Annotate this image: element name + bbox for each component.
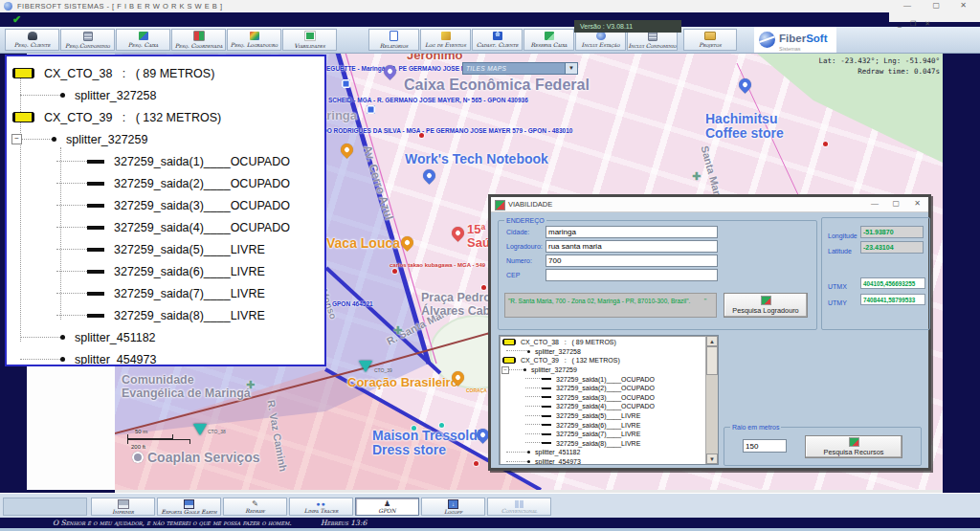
- tree-item-splitter-451182[interactable]: splitter_451182: [7, 326, 324, 348]
- toolbar-button-label: Pesq. Coordenada: [175, 42, 223, 49]
- tree-item-327259-saida-7-livre[interactable]: 327259_saida(7)____LIVRE: [7, 282, 324, 304]
- mdi-close-button[interactable]: ✕: [924, 20, 930, 27]
- toolbar-button-projetos[interactable]: Projetos: [683, 29, 737, 51]
- toolbar-button-relat-rios[interactable]: Relatórios: [368, 29, 419, 51]
- pesquisa-recursos-label: Pesquisa Recursos: [824, 448, 884, 456]
- chevron-down-icon[interactable]: ▼: [565, 63, 577, 74]
- dot-marker-icon[interactable]: [419, 133, 424, 138]
- expand-collapse-icon[interactable]: −: [501, 366, 509, 374]
- expand-collapse-icon[interactable]: −: [11, 134, 22, 144]
- dot-marker-icon[interactable]: [439, 423, 444, 428]
- bottom-button-gpon[interactable]: ♟GPON: [355, 498, 419, 516]
- tree-item-327259-saida-7-livre[interactable]: 327259_saida(7)____LIVRE: [500, 430, 705, 439]
- dialog-title-bar[interactable]: VIABILIDADE — ▢ ✕: [491, 197, 928, 212]
- tree-item-splitter-454973[interactable]: splitter_454973: [500, 457, 705, 465]
- tree-item-splitter-327259[interactable]: −splitter_327259: [7, 128, 324, 150]
- cross-marker-icon: ✚: [393, 324, 402, 337]
- minimize-button[interactable]: —: [903, 1, 911, 10]
- cto-marker-icon[interactable]: [193, 424, 207, 435]
- tree-item-splitter-327258[interactable]: splitter_327258: [7, 84, 324, 106]
- tree-item-cx-cto-39[interactable]: CX_CTO_39 : ( 132 METROS): [500, 356, 705, 365]
- tree-item-327259-saida-8-livre[interactable]: 327259_saida(8)____LIVRE: [7, 304, 324, 326]
- bottom-button-exporta-goole-earth[interactable]: Exporta Goole Earth: [157, 498, 221, 516]
- tree-item-327259-saida-2-ocupado[interactable]: 327259_saida(2)____OCUPADO: [7, 172, 324, 194]
- logradouro-field[interactable]: [546, 240, 718, 253]
- close-button[interactable]: ✕: [960, 1, 967, 10]
- bottom-toolbar-panel: [3, 498, 87, 516]
- tree-item-splitter-451182[interactable]: splitter_451182: [500, 448, 705, 457]
- tree-item-327259-saida-3-ocupado[interactable]: 327259_saida(3)____OCUPADO: [500, 393, 705, 403]
- pesquisa-logradouro-button[interactable]: Pesquisa Logradouro: [724, 293, 808, 318]
- toolbar-button-pesq-logradouro[interactable]: Pesq. Logradouro: [227, 29, 281, 51]
- bottom-button-logoff[interactable]: ↓Logoff: [421, 498, 485, 516]
- toolbar-button-log-de-eventos[interactable]: Log de Eventos: [420, 29, 471, 51]
- scrollbar-thumb[interactable]: [706, 346, 718, 375]
- tree-item-splitter-454973[interactable]: splitter_454973: [7, 348, 324, 366]
- tree-item-327259-saida-4-ocupado[interactable]: 327259_saida(4)____OCUPADO: [7, 216, 324, 238]
- latlng-readout: Lat: -23.432°; Lng: -51.940°: [800, 55, 940, 66]
- scroll-down-icon[interactable]: ▼: [706, 454, 718, 464]
- tree-item-327259-saida-5-livre[interactable]: 327259_saida(5)____LIVRE: [500, 411, 705, 421]
- toolbar-button-cadast-cliente[interactable]: Cadast. Cliente: [472, 29, 523, 51]
- bottom-button-imprimir[interactable]: Imprimir: [91, 498, 155, 516]
- tree-item-splitter-327259[interactable]: −splitter_327259: [500, 365, 705, 375]
- tiles-map-select[interactable]: TILES MAPS ▼: [462, 62, 578, 75]
- tree-item-cx-cto-39[interactable]: CX_CTO_39 : ( 132 METROS): [7, 106, 324, 128]
- dot-marker-icon[interactable]: [474, 461, 479, 466]
- dialog-close-button[interactable]: ✕: [914, 199, 921, 208]
- cidade-field[interactable]: [546, 226, 718, 238]
- tree-item-label: splitter_327259: [66, 133, 147, 146]
- dialog-maximize-button[interactable]: ▢: [892, 199, 900, 208]
- cto-marker-icon[interactable]: [359, 361, 372, 372]
- tree-item-327259-saida-1-ocupado[interactable]: 327259_saida(1)____OCUPADO: [500, 374, 705, 384]
- redraw-time-readout: Redraw time: 0.047s: [800, 66, 940, 77]
- tree-item-327259-saida-8-livre[interactable]: 327259_saida(8)____LIVRE: [500, 439, 705, 449]
- dot-marker-icon[interactable]: [823, 142, 828, 146]
- dot-marker-icon[interactable]: [412, 426, 416, 431]
- tree-item-splitter-327258[interactable]: splitter_327258: [500, 347, 705, 357]
- scroll-up-icon[interactable]: ▲: [706, 336, 718, 346]
- tree-item-327259-saida-1-ocupado[interactable]: 327259_saida(1)____OCUPADO: [7, 150, 324, 172]
- toolbar-right-group: RelatóriosLog de EventosCadast. ClienteR…: [368, 29, 737, 51]
- toolbar-button-reserva-caixa[interactable]: Reserva Caixa: [523, 29, 574, 51]
- tree-item-label: 327259_saida(1)____OCUPADO: [114, 155, 290, 168]
- mdi-restore-button[interactable]: ❐: [910, 20, 916, 27]
- tree-item-327259-saida-5-livre[interactable]: 327259_saida(5)____LIVRE: [7, 238, 324, 260]
- tree-item-327259-saida-2-ocupado[interactable]: 327259_saida(2)____OCUPADO: [500, 384, 705, 393]
- reserva-icon: [545, 32, 554, 40]
- mdi-minimize-button[interactable]: _: [898, 20, 902, 27]
- cross-marker-icon: ✚: [692, 170, 701, 183]
- tree-item-327259-saida-6-livre[interactable]: 327259_saida(6)____LIVRE: [500, 420, 705, 430]
- splitter-icon: [523, 368, 526, 371]
- tree-item-327259-saida-3-ocupado[interactable]: 327259_saida(3)____OCUPADO: [7, 194, 324, 216]
- toolbar-button-pesq-caixa[interactable]: Pesq. Caixa: [116, 29, 170, 51]
- toolbar-button-pesq-cliente[interactable]: Pesq. Cliente: [5, 29, 59, 51]
- search-icon: [849, 437, 859, 447]
- map-place-cora-o-brasileiro: Coração Brasileiro: [347, 376, 458, 389]
- dialog-minimize-button[interactable]: —: [871, 199, 879, 208]
- longitude-label: Longitude: [828, 232, 858, 239]
- cep-field[interactable]: [546, 269, 718, 281]
- raio-field[interactable]: [743, 439, 787, 453]
- dialog-title: VIABILIDADE: [508, 200, 552, 209]
- tree-item-label: 327259_saida(1)____OCUPADO: [556, 376, 655, 383]
- toolbar-button-pesq-coordenada[interactable]: Pesq. Coordenada: [171, 29, 226, 51]
- tree-item-cx-cto-38[interactable]: CX_CTO_38 : ( 89 METROS): [500, 338, 705, 347]
- tree-scrollbar[interactable]: ▲ ▼: [705, 336, 718, 464]
- dot-marker-icon[interactable]: [481, 285, 486, 290]
- tree-item-cx-cto-38[interactable]: CX_CTO_38 : ( 89 METROS): [7, 62, 324, 84]
- tree-item-327259-saida-4-ocupado[interactable]: 327259_saida(4)____OCUPADO: [500, 402, 705, 411]
- splitter-icon: [527, 350, 530, 353]
- toolbar-button-viabilidades[interactable]: Viabilidades: [282, 29, 337, 51]
- toolbar-button-pesq-condominio[interactable]: Pesq.Condominio: [60, 29, 115, 51]
- pesquisa-recursos-button[interactable]: Pesquisa Recursos: [805, 435, 902, 458]
- bottom-button-label: Convencional: [501, 508, 538, 514]
- numero-field[interactable]: [546, 254, 718, 267]
- maximize-button[interactable]: ▢: [932, 1, 940, 10]
- port-icon: [87, 270, 104, 274]
- dot-marker-icon[interactable]: [392, 269, 397, 274]
- tree-item-327259-saida-6-livre[interactable]: 327259_saida(6)____LIVRE: [7, 260, 324, 282]
- bottom-button-redraw[interactable]: ✎Redraw: [223, 498, 287, 516]
- bottom-button-limpa-tracer[interactable]: ●●Limpa Tracer: [289, 498, 353, 516]
- map-annotation: EGUETTE - Maringá - R. PE GERMANO JOSE M…: [326, 65, 471, 72]
